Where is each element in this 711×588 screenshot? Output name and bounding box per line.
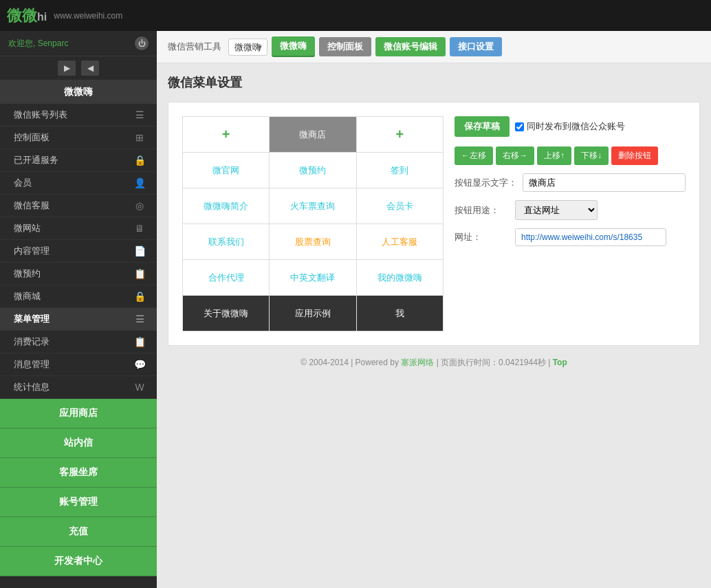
account-name-label: 微微嗨: [0, 80, 157, 104]
sidebar: 欢迎您, Senparc ⏻ ▶ ◀ 微微嗨 微信账号列表 ☰ 控制面板 ⊞ 已…: [0, 31, 157, 588]
sidebar-btn-account-mgmt[interactable]: 账号管理: [0, 488, 157, 517]
sidebar-btn-inbox[interactable]: 站内信: [0, 428, 157, 458]
sidebar-item-menu[interactable]: 菜单管理 ☰: [0, 308, 157, 331]
account-select-wrapper: 微微嗨 ▼: [228, 39, 267, 56]
btn-text-label: 按钮显示文字：: [455, 177, 517, 189]
sidebar-btn-appstore[interactable]: 应用商店: [0, 399, 157, 428]
menu-cell-train[interactable]: 火车票查询: [270, 188, 356, 224]
publish-text: 同时发布到微信公众账号: [527, 120, 625, 133]
purpose-row: 按钮用途： 直达网址: [455, 200, 686, 220]
dashboard-icon: ⊞: [133, 131, 146, 144]
sidebar-item-website[interactable]: 微网站 🖥: [0, 217, 157, 240]
menu-cell-vip[interactable]: 会员卡: [356, 188, 443, 224]
main-panel: + 微商店 + 微官网 微预约 签到 微微嗨简介 火车票查询 会员卡: [168, 102, 700, 346]
menu-cell-booking[interactable]: 微预约: [270, 153, 356, 188]
sidebar-item-services[interactable]: 已开通服务 🔒: [0, 149, 157, 172]
logo-main: 微微: [7, 7, 37, 24]
account-list-icon: ☰: [133, 109, 146, 121]
menu-cell-contact[interactable]: 联系我们: [183, 224, 270, 260]
btn-text-input[interactable]: [523, 173, 686, 192]
menu-cell-human-cs[interactable]: 人工客服: [356, 224, 443, 260]
sidebar-label: 控制面板: [14, 131, 50, 144]
move-right-btn[interactable]: 右移→: [496, 146, 534, 165]
menu-icon: ☰: [133, 313, 146, 325]
sidebar-label: 消费记录: [14, 336, 50, 348]
delete-btn[interactable]: 删除按钮: [611, 146, 658, 165]
menu-cell-agent[interactable]: 合作代理: [183, 260, 270, 296]
user-area: 欢迎您, Senparc ⏻: [0, 31, 157, 56]
sidebar-label: 微商城: [14, 290, 41, 303]
messages-icon: 💬: [133, 358, 146, 371]
menu-cell-checkin[interactable]: 签到: [356, 153, 443, 188]
menu-cell-about[interactable]: 关于微微嗨: [183, 296, 270, 331]
sidebar-item-cs[interactable]: 微信客服 ◎: [0, 195, 157, 217]
sidebar-btn-dev-center[interactable]: 开发者中心: [0, 547, 157, 576]
menu-row-4: 联系我们 股票查询 人工客服: [183, 224, 444, 260]
sidebar-item-member[interactable]: 会员 👤: [0, 172, 157, 195]
purpose-select-wrapper: 直达网址: [515, 200, 598, 220]
menu-cell-add-left[interactable]: +: [183, 117, 270, 153]
sidebar-label: 内容管理: [14, 245, 50, 257]
purpose-label: 按钮用途：: [455, 204, 510, 217]
footer-top-link[interactable]: Top: [553, 358, 567, 367]
logo-text: 微微hi: [7, 6, 47, 26]
sidebar-label: 消息管理: [14, 358, 50, 371]
url-input[interactable]: [515, 228, 666, 246]
sidebar-item-account-list[interactable]: 微信账号列表 ☰: [0, 104, 157, 127]
footer-exec: | 页面执行时间：0.0421944秒 |: [437, 358, 553, 367]
move-down-btn[interactable]: 下移↓: [574, 146, 609, 165]
sidebar-item-messages[interactable]: 消息管理 💬: [0, 353, 157, 376]
header: 微微hi www.weiweihi.com: [0, 0, 711, 31]
right-panel: 保存草稿 同时发布到微信公众账号 ←左移 右移→ 上移↑ 下移↓ 删除按钮: [455, 116, 686, 331]
consume-icon: 📋: [133, 336, 146, 348]
stats-icon: W: [133, 381, 146, 393]
url-row: 网址：: [455, 228, 686, 246]
sidebar-item-content[interactable]: 内容管理 📄: [0, 240, 157, 263]
sidebar-item-consume[interactable]: 消费记录 📋: [0, 331, 157, 353]
site-url: www.weiweihi.com: [54, 11, 122, 21]
sidebar-item-booking[interactable]: 微预约 📋: [0, 263, 157, 285]
nav-btn-dashboard[interactable]: 控制面板: [319, 37, 371, 56]
publish-checkbox[interactable]: [515, 122, 524, 131]
nav-arrows: ▶ ◀: [0, 56, 157, 80]
menu-cell-stock[interactable]: 股票查询: [270, 224, 356, 260]
sidebar-item-shop[interactable]: 微商城 🔒: [0, 285, 157, 308]
menu-grid: + 微商店 + 微官网 微预约 签到 微微嗨简介 火车票查询 会员卡: [182, 116, 444, 331]
move-left-btn[interactable]: ←左移: [455, 146, 493, 165]
direction-btns: ←左移 右移→ 上移↑ 下移↓ 删除按钮: [455, 146, 686, 165]
menu-cell-official[interactable]: 微官网: [183, 153, 270, 188]
nav-forward-btn[interactable]: ▶: [58, 61, 76, 76]
shop-icon: 🔒: [133, 290, 146, 303]
menu-row-6: 关于微微嗨 应用示例 我: [183, 296, 444, 331]
welcome-label: 欢迎您,: [8, 39, 35, 48]
tool-label: 微信营销工具: [168, 41, 221, 53]
menu-cell-shop[interactable]: 微商店: [270, 117, 356, 153]
menu-cell-my-weixin[interactable]: 我的微微嗨: [356, 260, 443, 296]
menu-cell-translate[interactable]: 中英文翻译: [270, 260, 356, 296]
sidebar-label: 会员: [14, 177, 32, 189]
nav-btn-api[interactable]: 接口设置: [450, 37, 502, 56]
menu-cell-intro[interactable]: 微微嗨简介: [183, 188, 270, 224]
right-area: 微信营销工具 微微嗨 ▼ 微微嗨 控制面板 微信账号编辑 接口设置 微信菜单设置: [157, 31, 711, 588]
save-draft-btn[interactable]: 保存草稿: [455, 116, 510, 137]
account-select[interactable]: 微微嗨: [228, 39, 267, 56]
sidebar-item-dashboard[interactable]: 控制面板 ⊞: [0, 127, 157, 149]
menu-cell-me[interactable]: 我: [356, 296, 443, 331]
content-area: 微信菜单设置 + 微商店 + 微官网 微预约 签到: [157, 63, 711, 588]
services-icon: 🔒: [133, 154, 146, 166]
move-up-btn[interactable]: 上移↑: [537, 146, 571, 165]
menu-cell-add-right[interactable]: +: [356, 117, 443, 153]
nav-btn-account[interactable]: 微信账号编辑: [375, 37, 446, 56]
username: Senparc: [38, 39, 69, 48]
footer-company-link[interactable]: 塞派网络: [401, 358, 434, 367]
power-button[interactable]: ⏻: [135, 36, 149, 50]
nav-btn-weixin[interactable]: 微微嗨: [272, 36, 315, 57]
sidebar-item-stats[interactable]: 统计信息 W: [0, 376, 157, 399]
sidebar-btn-recharge[interactable]: 充值: [0, 517, 157, 547]
save-row: 保存草稿 同时发布到微信公众账号: [455, 116, 686, 137]
nav-back-btn[interactable]: ◀: [81, 61, 99, 76]
sidebar-btn-cs-seat[interactable]: 客服坐席: [0, 458, 157, 488]
purpose-select[interactable]: 直达网址: [515, 200, 598, 220]
footer-copy: © 2004-2014 | Powered by: [300, 358, 401, 367]
menu-cell-demo[interactable]: 应用示例: [270, 296, 356, 331]
